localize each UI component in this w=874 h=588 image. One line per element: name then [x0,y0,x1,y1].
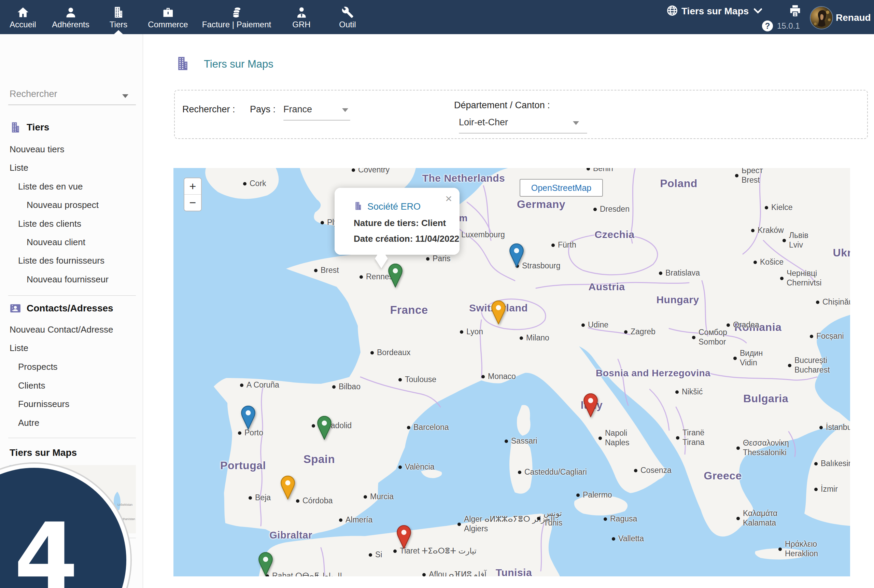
sidebar-item-liste-des-clients[interactable]: Liste des clients [18,219,81,229]
city-dot [780,277,784,280]
sidebar-item-autre[interactable]: Autre [18,418,39,428]
country-select[interactable]: France [283,104,352,115]
sidebar-section-tiers[interactable]: Tiers [9,122,49,133]
city-dot [659,272,662,275]
city-dot [676,436,679,440]
city-dot [778,548,782,551]
avatar[interactable] [810,6,833,29]
close-icon[interactable]: × [445,193,452,204]
sidebar-item-fournisseurs[interactable]: Fournisseurs [18,399,69,410]
zoom-control: + − [184,177,202,212]
city-dot [814,462,818,465]
sidebar-item-liste[interactable]: Liste [9,162,28,173]
city-dot [505,440,508,443]
city-dot [634,469,637,472]
city-dot [598,436,602,440]
user-tie-icon [295,5,307,18]
city-label-kielce: Kielce [765,203,793,212]
city-label-napoli: Napoli Naples [598,429,630,447]
popup-title-link[interactable]: Société ERO [367,201,421,212]
city-label-murcia: Murcia [364,492,394,502]
nav-item-commerce[interactable]: Commerce [148,0,188,34]
country-label-spain: Spain [303,453,335,466]
sidebar-item-prospects[interactable]: Prospects [18,362,58,372]
sidebar-item-nouveau-fournisseur[interactable]: Nouveau fournisseur [27,274,109,285]
city-label-monaco: Monaco [481,372,516,381]
city-dot [481,375,485,378]
map-marker-yellow-7[interactable] [280,476,296,500]
city-dot [399,465,402,469]
city-dot [249,496,252,500]
map-marker-green-1[interactable] [387,264,403,288]
chevron-down-icon [752,5,760,18]
nav-item-grh[interactable]: GRH [292,0,310,34]
nav-item-label: Adhérents [52,20,89,29]
search-filter-label: Rechercher : [182,104,235,115]
city-label-luxembourg: Luxembourg [455,230,505,240]
user-menu[interactable]: Renaud [836,12,874,23]
layer-button[interactable]: OpenStreetMap [520,179,603,196]
city-dot [594,208,597,211]
city-dot [352,168,355,172]
city-label-berlin: Berlin [586,168,613,174]
building-icon [9,122,21,133]
sidebar-item-nouveau-tiers[interactable]: Nouveau tiers [9,144,64,154]
country-label-the-netherlands: The Netherlands [422,172,505,184]
map-marker-green-6[interactable] [316,416,333,440]
city-label-bordeaux: Bordeaux [370,348,410,357]
sidebar-item-clients[interactable]: Clients [18,380,45,391]
city-dot [727,323,730,327]
sidebar-item-liste[interactable]: Liste [9,343,28,353]
filter-box: Rechercher : Pays : France Département /… [174,90,868,139]
city-dot [736,446,740,450]
city-dot [816,300,819,304]
page-title-row: Tiers sur Maps [175,56,273,73]
sidebar-item-liste-des-en-vue[interactable]: Liste des en vue [18,182,82,192]
city-dot [314,269,318,272]
city-dot [321,221,324,224]
sidebar-item-nouveau-client[interactable]: Nouveau client [27,237,85,248]
city-dot [393,549,397,553]
briefcase-icon [162,5,174,18]
map-marker-red-8[interactable] [396,525,412,549]
coins-icon [231,5,243,18]
map-marker-red-4[interactable] [582,393,599,417]
city-dot [733,357,737,360]
city-dot [765,206,768,209]
popup-date: Date création: 11/04/2022 [354,234,459,244]
nav-item-facture-paiement[interactable]: Facture | Paiement [202,0,271,34]
nav-item-tiers[interactable]: Tiers [109,0,127,34]
department-select[interactable]: Loir-et-Cher [459,117,589,128]
map-marker-blue-2[interactable] [508,243,525,267]
zoom-in-button[interactable]: + [184,178,201,194]
search-input[interactable]: Rechercher [9,89,136,104]
sidebar-item-liste-des-fournisseurs[interactable]: Liste des fournisseurs [18,255,105,266]
nav-item-accueil[interactable]: Accueil [9,0,36,34]
city-label-bucure-ti: București Bucharest [788,356,830,375]
sidebar-item-tiers-sur-maps[interactable]: Tiers sur Maps [9,447,77,458]
city-dot [457,522,461,526]
chevron-down-icon [342,108,348,112]
country-label-gibraltar: Gibraltar [269,530,312,541]
sidebar-section-contacts-adresses[interactable]: Contacts/Adresses [9,303,113,314]
city-label-a-coru-a: A Coruña [240,380,279,390]
map-canvas[interactable]: The NetherlandsBelgiumGermanyPolandCzech… [174,168,850,576]
country-label: Pays : [250,104,276,115]
sidebar-item-nouveau-contact-adresse[interactable]: Nouveau Contact/Adresse [9,324,113,335]
map-marker-blue-5[interactable] [240,406,256,429]
map-marker-yellow-3[interactable] [490,300,507,324]
city-dot [754,261,757,264]
help-row: ? 15.0.1 [762,21,800,32]
sidebar-item-nouveau-prospect[interactable]: Nouveau prospect [27,200,99,210]
module-switcher[interactable]: Tiers sur Maps [666,5,760,18]
nav-item-adh-rents[interactable]: Adhérents [52,0,89,34]
nav-item-outil[interactable]: Outil [339,0,356,34]
popup-title-row[interactable]: Société ERO [354,201,421,212]
city-label-tiran: Tiranë Tirana [676,428,704,447]
zoom-out-button[interactable]: − [184,195,201,211]
home-icon [17,5,29,18]
city-label-milano: Milano [520,333,549,343]
print-button[interactable] [789,4,802,17]
map-marker-green-9[interactable] [258,552,274,576]
help-icon[interactable]: ? [762,21,773,32]
